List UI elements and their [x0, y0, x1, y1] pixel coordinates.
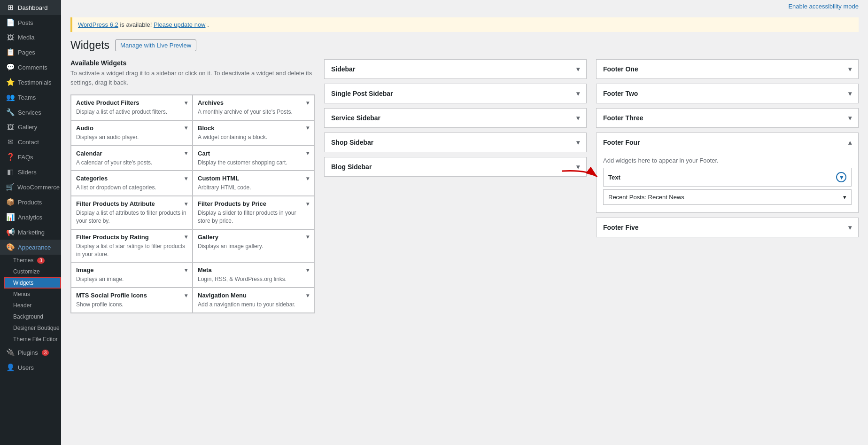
- red-arrow-annotation: [558, 169, 601, 185]
- widget-desc: Show profile icons.: [76, 301, 187, 309]
- sidebar-item-menus[interactable]: Menus: [4, 289, 61, 300]
- sidebar-item-header[interactable]: Header: [4, 300, 61, 311]
- area-box-footer-four: Footer Four ▴ Add widgets here to appear…: [596, 133, 859, 213]
- wp-version-link[interactable]: WordPress 6.2: [78, 21, 118, 28]
- widget-item[interactable]: Active Product Filters ▾ Display a list …: [71, 95, 193, 120]
- widget-name: Filter Products by Price: [198, 200, 266, 207]
- sidebar-item-comments[interactable]: 💬 Comments: [0, 60, 61, 75]
- area-box-header-footer-five[interactable]: Footer Five ▾: [597, 218, 858, 237]
- widget-item[interactable]: Block ▾ A widget containing a block.: [193, 120, 314, 146]
- media-icon: 🖼: [6, 33, 15, 41]
- area-box-blog-sidebar: Blog Sidebar ▾: [324, 157, 587, 177]
- dashboard-icon: ⊞: [6, 3, 15, 12]
- area-label-footer-three: Footer Three: [603, 114, 643, 122]
- sidebar-item-analytics[interactable]: 📊 Analytics: [0, 210, 61, 225]
- sidebar-item-designer-boutique[interactable]: Designer Boutique: [4, 322, 61, 334]
- sidebar-item-products[interactable]: 📦 Products: [0, 195, 61, 210]
- widget-name: Filter Products by Attribute: [76, 200, 155, 207]
- sidebar-item-appearance[interactable]: 🎨 Appearance: [0, 240, 61, 255]
- widget-desc: Display a list of attributes to filter p…: [76, 209, 187, 225]
- area-box-footer-three: Footer Three ▾: [596, 108, 859, 128]
- sidebar-item-themes[interactable]: Themes 3: [4, 255, 61, 266]
- widget-item[interactable]: Meta ▾ Login, RSS, & WordPress.org links…: [193, 262, 314, 288]
- manage-live-preview-button[interactable]: Manage with Live Preview: [115, 39, 196, 51]
- widget-desc: A list or dropdown of categories.: [76, 184, 187, 192]
- area-box-header-service-sidebar[interactable]: Service Sidebar ▾: [325, 109, 586, 127]
- widget-item[interactable]: Calendar ▾ A calendar of your site's pos…: [71, 146, 193, 171]
- widget-in-area-name: Text: [608, 174, 620, 181]
- sidebar-item-plugins[interactable]: 🔌 Plugins 3: [0, 345, 61, 360]
- sidebar-item-marketing[interactable]: 📢 Marketing: [0, 225, 61, 240]
- widget-item[interactable]: Audio ▾ Displays an audio player.: [71, 120, 193, 146]
- update-link[interactable]: Please update now: [154, 21, 206, 28]
- chevron-down-icon: ▾: [185, 150, 187, 156]
- chevron-down-icon: ▾: [185, 292, 187, 299]
- widget-expand-button[interactable]: ▾: [836, 172, 846, 182]
- chevron-down-icon: ▾: [306, 125, 309, 131]
- widget-item[interactable]: Image ▾ Displays an image.: [71, 262, 193, 288]
- accessibility-link[interactable]: Enable accessibility mode: [788, 3, 859, 10]
- chevron-down-icon: ▾: [576, 90, 580, 97]
- widget-item[interactable]: Filter Products by Rating ▾ Display a li…: [71, 229, 193, 263]
- sidebar-item-dashboard[interactable]: ⊞ Dashboard: [0, 0, 61, 15]
- chevron-down-icon: ▾: [185, 125, 187, 131]
- sidebar-item-background[interactable]: Background: [4, 311, 61, 322]
- woo-icon: 🛒: [6, 183, 15, 191]
- area-label-blog-sidebar: Blog Sidebar: [331, 163, 372, 171]
- sidebar-item-users[interactable]: 👤 Users: [0, 360, 61, 375]
- chevron-down-icon: ▾: [306, 267, 309, 273]
- widget-item[interactable]: Gallery ▾ Displays an image gallery.: [193, 229, 314, 263]
- widget-name: Custom HTML: [198, 175, 239, 182]
- chevron-up-icon: ▴: [848, 139, 852, 146]
- area-box-header-footer-three[interactable]: Footer Three ▾: [597, 109, 858, 127]
- sidebar-item-contact[interactable]: ✉ Contact: [0, 134, 61, 149]
- widget-desc: Displays an audio player.: [76, 133, 187, 141]
- area-label-footer-five: Footer Five: [603, 224, 638, 231]
- widget-in-area-text[interactable]: Text ▾: [603, 168, 852, 187]
- plugins-icon: 🔌: [6, 348, 15, 357]
- widget-item[interactable]: Cart ▾ Display the customer shopping car…: [193, 146, 314, 171]
- sidebar-item-pages[interactable]: 📋 Pages: [0, 45, 61, 60]
- area-box-header-blog-sidebar[interactable]: Blog Sidebar ▾: [325, 157, 586, 176]
- widget-item[interactable]: Archives ▾ A monthly archive of your sit…: [193, 95, 314, 120]
- sidebar-item-media[interactable]: 🖼 Media: [0, 30, 61, 45]
- widget-item[interactable]: Categories ▾ A list or dropdown of categ…: [71, 171, 193, 196]
- area-box-header-footer-two[interactable]: Footer Two ▾: [597, 84, 858, 103]
- page-title: Widgets: [70, 39, 109, 52]
- sidebar-item-posts[interactable]: 📄 Posts: [0, 15, 61, 30]
- sidebar-item-faqs[interactable]: ❓ FAQs: [0, 149, 61, 164]
- sidebar-item-theme-file-editor[interactable]: Theme File Editor: [4, 334, 61, 345]
- widget-item[interactable]: Custom HTML ▾ Arbitrary HTML code.: [193, 171, 314, 196]
- widget-item[interactable]: MTS Social Profile Icons ▾ Show profile …: [71, 288, 193, 313]
- area-label-footer-four: Footer Four: [603, 139, 640, 146]
- sidebar-item-services[interactable]: 🔧 Services: [0, 105, 61, 120]
- widget-item[interactable]: Filter Products by Attribute ▾ Display a…: [71, 196, 193, 229]
- chevron-down-icon: ▾: [306, 234, 309, 240]
- widget-item[interactable]: Navigation Menu ▾ Add a navigation menu …: [193, 288, 314, 313]
- sidebar-item-gallery[interactable]: 🖼 Gallery: [0, 120, 61, 134]
- widget-desc: Displays an image.: [76, 275, 187, 283]
- area-box-header-single-post-sidebar[interactable]: Single Post Sidebar ▾: [325, 84, 586, 103]
- sidebar-item-testimonials[interactable]: ⭐ Testimonials: [0, 75, 61, 90]
- area-box-header-sidebar[interactable]: Sidebar ▾: [325, 60, 586, 78]
- area-label-sidebar: Sidebar: [331, 65, 355, 73]
- area-box-shop-sidebar: Shop Sidebar ▾: [324, 133, 587, 152]
- sidebar-item-sliders[interactable]: ◧ Sliders: [0, 164, 61, 180]
- area-box-header-shop-sidebar[interactable]: Shop Sidebar ▾: [325, 133, 586, 152]
- area-box-header-footer-one[interactable]: Footer One ▾: [597, 60, 858, 78]
- widget-desc: A monthly archive of your site's Posts.: [198, 108, 309, 116]
- widget-item[interactable]: Filter Products by Price ▾ Display a sli…: [193, 196, 314, 229]
- sidebar-item-teams[interactable]: 👥 Teams: [0, 90, 61, 105]
- widget-name: Filter Products by Rating: [76, 234, 149, 241]
- chevron-down-icon: ▾: [306, 292, 309, 299]
- area-label-footer-one: Footer One: [603, 65, 638, 73]
- chevron-down-icon: ▾: [185, 175, 187, 182]
- chevron-down-icon: ▾: [306, 150, 309, 156]
- sidebar-item-widgets[interactable]: Widgets: [4, 277, 61, 289]
- update-notice: WordPress 6.2 is available! Please updat…: [70, 17, 859, 32]
- sidebar-item-woocommerce[interactable]: 🛒 WooCommerce: [0, 180, 61, 195]
- sidebar-item-customize[interactable]: Customize: [4, 266, 61, 277]
- area-box-header-footer-four[interactable]: Footer Four ▴: [597, 133, 858, 152]
- area-box-single-post-sidebar: Single Post Sidebar ▾: [324, 84, 587, 103]
- widget-in-area-sub[interactable]: Recent Posts: Recent News ▾: [603, 189, 852, 205]
